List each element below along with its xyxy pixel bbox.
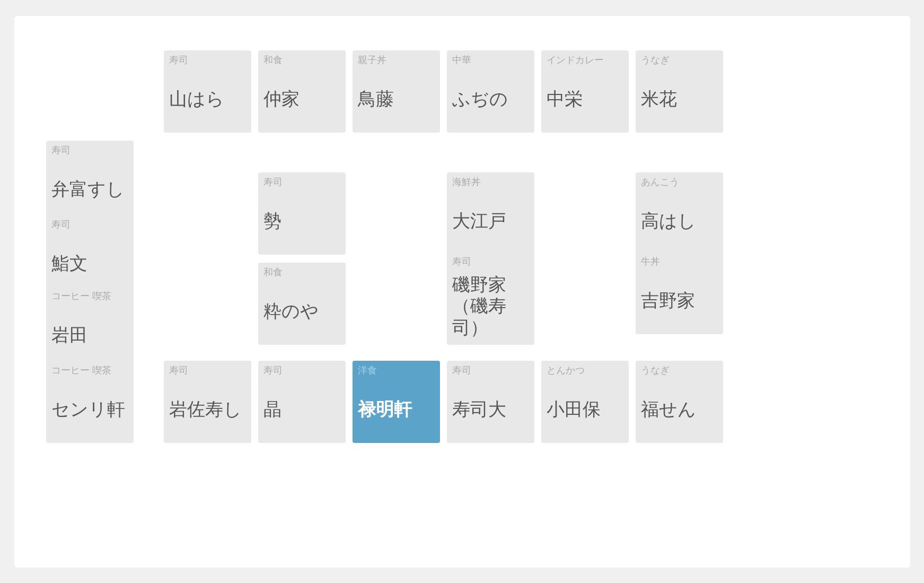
cell-name-yamahara: 山はら bbox=[164, 68, 251, 132]
restaurant-cell-sei[interactable]: 寿司勢 bbox=[258, 172, 346, 255]
cell-category-fukusen: うなぎ bbox=[636, 361, 723, 379]
cell-category-iwasazushi: 寿司 bbox=[164, 361, 251, 379]
cell-name-takahashi: 高はし bbox=[636, 190, 723, 254]
cell-name-fuzino: ふぢの bbox=[447, 68, 534, 132]
restaurant-cell-yonehana[interactable]: うなぎ米花 bbox=[636, 50, 723, 133]
restaurant-cell-senrigiken[interactable]: コーヒー 喫茶センリ軒 bbox=[46, 361, 134, 443]
cell-name-yonehana: 米花 bbox=[636, 68, 723, 132]
cell-category-sei: 寿司 bbox=[258, 172, 346, 190]
restaurant-cell-kasonoya[interactable]: 和食粋のや bbox=[258, 263, 346, 345]
restaurant-cell-oedo[interactable]: 海鮮丼大江戸 bbox=[447, 172, 534, 255]
restaurant-cell-nakaya[interactable]: 和食仲家 bbox=[258, 50, 346, 133]
cell-category-bentomisushi: 寿司 bbox=[46, 141, 134, 159]
restaurant-cell-yamahara[interactable]: 寿司山はら bbox=[164, 50, 251, 133]
cell-category-senrigiken: コーヒー 喫茶 bbox=[46, 361, 134, 379]
cell-name-odabo: 小田保 bbox=[541, 378, 629, 442]
cell-category-sushidai: 寿司 bbox=[447, 361, 534, 379]
cell-name-sei: 勢 bbox=[258, 190, 346, 254]
cell-name-sho: 晶 bbox=[258, 378, 346, 442]
cell-category-yoshinoya: 牛丼 bbox=[636, 252, 723, 270]
restaurant-cell-iwasazushi[interactable]: 寿司岩佐寿し bbox=[164, 361, 251, 443]
restaurant-cell-iwata[interactable]: コーヒー 喫茶岩田 bbox=[46, 286, 134, 369]
cell-category-yonehana: うなぎ bbox=[636, 50, 723, 68]
cell-name-yoshinoya: 吉野家 bbox=[636, 269, 723, 334]
restaurant-cell-yoshinoya[interactable]: 牛丼吉野家 bbox=[636, 252, 723, 334]
cell-name-rokumeiriken: 禄明軒 bbox=[353, 378, 440, 442]
restaurant-cell-sushidai[interactable]: 寿司寿司大 bbox=[447, 361, 534, 443]
restaurant-cell-fuzino[interactable]: 中華ふぢの bbox=[447, 50, 534, 133]
cell-name-sushidai: 寿司大 bbox=[447, 378, 534, 442]
cell-category-yamahara: 寿司 bbox=[164, 50, 251, 68]
cell-category-nakaya: 和食 bbox=[258, 50, 346, 68]
restaurant-cell-odabo[interactable]: とんかつ小田保 bbox=[541, 361, 629, 443]
cell-category-fuzino: 中華 bbox=[447, 50, 534, 68]
cell-name-senrigiken: センリ軒 bbox=[46, 378, 134, 442]
cell-name-kasonoya: 粋のや bbox=[258, 280, 346, 344]
cell-category-sho: 寿司 bbox=[258, 361, 346, 379]
cell-name-nakaya: 仲家 bbox=[258, 68, 346, 132]
restaurant-cell-fukusen[interactable]: うなぎ福せん bbox=[636, 361, 723, 443]
restaurant-cell-sho[interactable]: 寿司晶 bbox=[258, 361, 346, 443]
cell-category-chugai: インドカレー bbox=[541, 50, 629, 68]
restaurant-cell-bentomisushi[interactable]: 寿司弁富すし bbox=[46, 141, 134, 223]
cell-category-takahashi: あんこう bbox=[636, 172, 723, 190]
cell-name-chugai: 中栄 bbox=[541, 68, 629, 132]
cell-category-toritou: 親子丼 bbox=[353, 50, 440, 68]
cell-category-sushibumi: 寿司 bbox=[46, 215, 134, 233]
cell-category-rokumeiriken: 洋食 bbox=[353, 361, 440, 379]
cell-category-isononoya: 寿司 bbox=[447, 252, 534, 270]
restaurant-cell-toritou[interactable]: 親子丼鳥藤 bbox=[353, 50, 440, 133]
restaurant-cell-rokumeiriken[interactable]: 洋食禄明軒 bbox=[353, 361, 440, 443]
cell-name-isononoya: 磯野家（磯寿司） bbox=[447, 269, 534, 344]
cell-category-kasonoya: 和食 bbox=[258, 263, 346, 281]
cell-name-fukusen: 福せん bbox=[636, 378, 723, 442]
restaurant-cell-chugai[interactable]: インドカレー中栄 bbox=[541, 50, 629, 133]
cell-name-iwata: 岩田 bbox=[46, 304, 134, 368]
restaurant-cell-takahashi[interactable]: あんこう高はし bbox=[636, 172, 723, 255]
restaurant-cell-sushibumi[interactable]: 寿司鮨文 bbox=[46, 215, 134, 297]
cell-category-odabo: とんかつ bbox=[541, 361, 629, 379]
restaurant-cell-isononoya[interactable]: 寿司磯野家（磯寿司） bbox=[447, 252, 534, 345]
floor-map: 寿司山はら和食仲家親子丼鳥藤中華ふぢのインドカレー中栄うなぎ米花寿司弁富すし寿司… bbox=[14, 16, 910, 568]
cell-name-toritou: 鳥藤 bbox=[353, 68, 440, 132]
cell-name-bentomisushi: 弁富すし bbox=[46, 158, 134, 222]
cell-category-iwata: コーヒー 喫茶 bbox=[46, 286, 134, 304]
cell-category-oedo: 海鮮丼 bbox=[447, 172, 534, 190]
cell-name-iwasazushi: 岩佐寿し bbox=[164, 378, 251, 442]
cell-name-oedo: 大江戸 bbox=[447, 190, 534, 254]
